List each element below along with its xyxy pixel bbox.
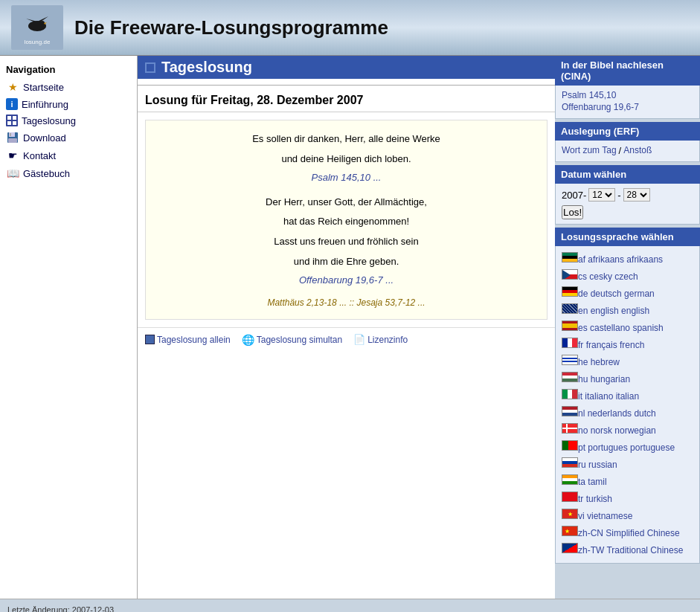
- flag-en: [562, 303, 578, 314]
- flag-af: [562, 252, 578, 262]
- lang-item-de[interactable]: de deutsch german: [562, 285, 693, 300]
- bible-section: In der Bibel nachlesen (CINA) Psalm 145,…: [555, 56, 700, 119]
- globe-icon: 🌐: [242, 334, 254, 346]
- sidebar-item-startseite[interactable]: ★ Startseite: [0, 78, 137, 96]
- psalm-link[interactable]: Psalm 145,10: [562, 90, 693, 100]
- verse1-dots-link[interactable]: ...: [373, 172, 382, 183]
- lizenzinfo-link[interactable]: 📄 Lizenzinfo: [353, 334, 408, 345]
- sidebar-item-label: Startseite: [23, 82, 64, 93]
- verse1-ref-link[interactable]: Psalm 145,10: [312, 172, 371, 183]
- verse1-ref: Psalm 145,10 ...: [161, 172, 532, 183]
- sidebar-item-kontakt[interactable]: ☛ Kontakt: [0, 146, 137, 164]
- lang-label-vi: vi vietnamese: [578, 511, 632, 521]
- lang-item-hu[interactable]: hu hungarian: [562, 370, 693, 386]
- flag-pt: [562, 440, 578, 451]
- flag-de: [562, 286, 578, 297]
- los-button[interactable]: Los!: [562, 205, 583, 219]
- auslegung-section: Auslegung (ERF) Wort zum Tag / Anstoß: [555, 122, 700, 162]
- lang-label-zh-tw: zh-TW Traditional Chinese: [578, 545, 683, 555]
- wort-link[interactable]: Wort zum Tag: [562, 145, 617, 155]
- sidebar-item-label: Kontakt: [23, 150, 56, 161]
- lang-item-zh-tw[interactable]: zh-TW Traditional Chinese: [562, 541, 693, 557]
- day-select[interactable]: 12 34 56 78 910 1112 1314 1516 1718 1920…: [623, 188, 650, 202]
- lang-item-it[interactable]: it italiano italian: [562, 387, 693, 403]
- lang-label-he: he hebrew: [578, 357, 620, 367]
- verse2-text3: Lasst uns freuen und fröhlich sein: [161, 234, 532, 250]
- sidebar-item-label: Gästebuch: [23, 168, 70, 179]
- lang-item-zh-cn[interactable]: zh-CN Simplified Chinese: [562, 524, 693, 540]
- lang-label-cs: cs cesky czech: [578, 271, 638, 282]
- tageslosung-allein-link[interactable]: Tageslosung allein: [145, 335, 231, 345]
- lang-item-en[interactable]: en english english: [562, 302, 693, 318]
- tageslosung-simultan-link[interactable]: 🌐 Tageslosung simultan: [242, 334, 342, 346]
- anstoss-link[interactable]: Anstoß: [623, 145, 652, 155]
- flag-tr: [562, 492, 578, 502]
- flag-ru: [562, 457, 578, 468]
- lizenzinfo-label: Lizenzinfo: [367, 335, 408, 345]
- lang-item-he[interactable]: he hebrew: [562, 353, 693, 369]
- lang-label-tr: tr turkish: [578, 494, 612, 504]
- floppy-icon: [6, 131, 19, 144]
- lang-item-tr[interactable]: tr turkish: [562, 490, 693, 506]
- site-logo: losung.de: [7, 4, 67, 52]
- right-panel: In der Bibel nachlesen (CINA) Psalm 145,…: [555, 56, 700, 599]
- verse1-text2: und deine Heiligen dich loben.: [161, 152, 532, 167]
- lang-item-vi[interactable]: vi vietnamese: [562, 507, 693, 523]
- month-select[interactable]: 12 34 56 78 910 1112: [588, 188, 615, 202]
- lang-item-ta[interactable]: ta tamil: [562, 473, 693, 489]
- lang-item-nl[interactable]: nl nederlands dutch: [562, 405, 693, 420]
- site-title: Die Freeware-Losungsprogramme: [74, 16, 388, 39]
- cross-ref2-link[interactable]: Jesaja 53,7-12: [357, 297, 416, 308]
- lang-label-pt: pt portugues portuguese: [578, 442, 675, 453]
- lang-item-pt[interactable]: pt portugues portuguese: [562, 439, 693, 454]
- lang-label-no: no norsk norwegian: [578, 425, 656, 436]
- lang-item-no[interactable]: no norsk norwegian: [562, 422, 693, 437]
- flag-it: [562, 389, 578, 399]
- cross-refs: Matthäus 2,13-18 ... :: Jesaja 53,7-12 .…: [161, 297, 532, 308]
- sidebar-item-einfuehrung[interactable]: i Einführung: [0, 96, 137, 112]
- lang-item-es[interactable]: es castellano spanish: [562, 319, 693, 335]
- book-icon: 📖: [6, 167, 19, 180]
- verse2-ref-link[interactable]: Offenbarung 19,6-7: [299, 274, 383, 286]
- svg-rect-7: [7, 116, 11, 120]
- verse2-ref: Offenbarung 19,6-7 ...: [161, 274, 532, 286]
- flag-vi: [562, 509, 578, 519]
- sidebar-item-label: Download: [23, 132, 66, 144]
- star-icon: ★: [6, 80, 19, 94]
- lang-item-cs[interactable]: cs cesky czech: [562, 268, 693, 283]
- lang-label-ta: ta tamil: [578, 477, 607, 487]
- flag-es: [562, 321, 578, 331]
- page-header: losung.de Die Freeware-Losungsprogramme: [0, 0, 700, 56]
- sidebar-item-download[interactable]: Download: [0, 129, 137, 146]
- lang-item-ru[interactable]: ru russian: [562, 456, 693, 471]
- verse1-text1: Es sollen dir danken, Herr, alle deine W…: [161, 132, 532, 147]
- cross-ref1-dots[interactable]: ...: [339, 297, 347, 308]
- offenbarung-link[interactable]: Offenbarung 19,6-7: [562, 102, 693, 112]
- datum-section: Datum wählen 2007- 12 34 56 78 910 1112 …: [555, 165, 700, 225]
- date-picker: 2007- 12 34 56 78 910 1112 - 12 34 56: [562, 188, 693, 202]
- lang-label-en: en english english: [578, 306, 649, 316]
- page-title: Tageslosung: [161, 59, 252, 76]
- cross-ref1-link[interactable]: Matthäus 2,13-18: [267, 297, 336, 308]
- sidebar-item-gaestebuch[interactable]: 📖 Gästebuch: [0, 164, 137, 182]
- date-dash: -: [617, 190, 620, 201]
- lang-item-fr[interactable]: fr français french: [562, 336, 693, 352]
- auslegung-body: Wort zum Tag / Anstoß: [555, 141, 700, 162]
- lang-label-nl: nl nederlands dutch: [578, 408, 656, 419]
- main-layout: Navigation ★ Startseite i Einführung Tag…: [0, 56, 700, 599]
- flag-no: [562, 423, 578, 434]
- last-change: Letzte Änderung: 2007-12-03: [7, 605, 114, 612]
- hand-icon: ☛: [6, 149, 19, 162]
- lang-item-af[interactable]: af afrikaans afrikaans: [562, 251, 693, 266]
- tageslosung-allein-label: Tageslosung allein: [157, 335, 231, 345]
- sidebar-item-tageslosung[interactable]: Tageslosung: [0, 112, 137, 129]
- datum-body: 2007- 12 34 56 78 910 1112 - 12 34 56: [555, 184, 700, 225]
- verse2-dots-link[interactable]: ...: [385, 274, 394, 286]
- svg-text:losung.de: losung.de: [25, 39, 51, 45]
- lang-label-af: af afrikaans afrikaans: [578, 254, 663, 265]
- cross-ref2-dots[interactable]: ...: [418, 297, 426, 308]
- sidebar-nav-header: Navigation: [0, 59, 137, 78]
- bible-header: In der Bibel nachlesen (CINA): [555, 56, 700, 86]
- verse2-text2: hat das Reich eingenommen!: [161, 214, 532, 230]
- verse2-text4: und ihm die Ehre geben.: [161, 254, 532, 270]
